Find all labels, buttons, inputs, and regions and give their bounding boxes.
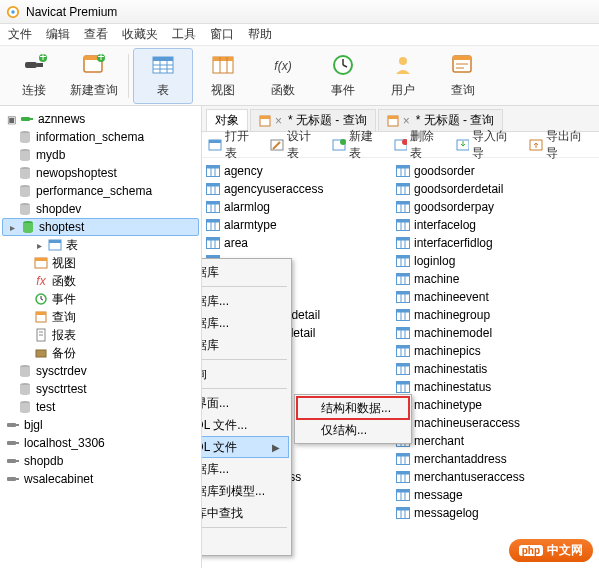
context-menu-item[interactable]: 打印数据库... <box>202 458 289 480</box>
tree-queries[interactable]: 查询 <box>0 308 201 326</box>
table-item[interactable]: area <box>206 234 396 252</box>
table-item[interactable]: loginlog <box>396 252 586 270</box>
menu-tools[interactable]: 工具 <box>172 26 196 43</box>
table-item[interactable]: messagelog <box>396 504 586 522</box>
database-context-menu[interactable]: 关闭数据库编辑数据库...新建数据库...删除数据库新建查询命令列界面...运行… <box>202 258 292 556</box>
delete-table-button[interactable]: 删除表 <box>394 128 446 162</box>
table-item[interactable]: message <box>396 486 586 504</box>
tree-db[interactable]: test <box>0 398 201 416</box>
menu-favorites[interactable]: 收藏夹 <box>122 26 158 43</box>
table-item[interactable]: machinestatis <box>396 360 586 378</box>
tree-reports[interactable]: 报表 <box>0 326 201 344</box>
table-item[interactable]: agency <box>206 162 396 180</box>
svg-rect-152 <box>397 166 410 169</box>
context-menu-item[interactable]: 关闭数据库 <box>202 261 289 283</box>
context-menu-item[interactable]: 转储 SQL 文件▶ <box>202 436 289 458</box>
table-item[interactable]: machinegroup <box>396 306 586 324</box>
export-wizard-button[interactable]: 导出向导 <box>529 128 593 162</box>
new-table-button[interactable]: 新建表 <box>332 128 384 162</box>
table-item[interactable]: machine <box>396 270 586 288</box>
context-menu-item[interactable]: 运行 SQL 文件... <box>202 414 289 436</box>
toolbar-event[interactable]: 事件 <box>313 48 373 104</box>
table-item[interactable]: machineevent <box>396 288 586 306</box>
tree-connection[interactable]: wsalecabinet <box>0 470 201 488</box>
tree-connection[interactable]: bjgl <box>0 416 201 434</box>
context-menu-item[interactable]: 在数据库中查找 <box>202 502 289 524</box>
context-menu-item[interactable]: 刷新 <box>202 531 289 553</box>
menu-edit[interactable]: 编辑 <box>46 26 70 43</box>
tree-db[interactable]: newopshoptest <box>0 164 201 182</box>
menu-file[interactable]: 文件 <box>8 26 32 43</box>
menu-window[interactable]: 窗口 <box>210 26 234 43</box>
dump-sql-submenu[interactable]: 结构和数据...仅结构... <box>294 394 412 444</box>
context-menu-item[interactable]: 删除数据库 <box>202 334 289 356</box>
table-item[interactable]: merchant <box>396 432 586 450</box>
table-item[interactable]: merchantuseraccess <box>396 468 586 486</box>
tree-db[interactable]: sysctrtest <box>0 380 201 398</box>
table-icon <box>150 52 176 78</box>
context-menu-item[interactable]: 新建数据库... <box>202 312 289 334</box>
table-item[interactable]: interfacerfidlog <box>396 234 586 252</box>
tree-tables[interactable]: ▸表 <box>0 236 201 254</box>
table-item[interactable]: machinemodel <box>396 324 586 342</box>
svg-rect-63 <box>260 116 270 119</box>
design-table-button[interactable]: 设计表 <box>270 128 322 162</box>
tree-connection[interactable]: ▣ aznnews <box>0 110 201 128</box>
table-item[interactable]: goodsorderpay <box>396 198 586 216</box>
tree-backups[interactable]: 备份 <box>0 344 201 362</box>
table-item[interactable]: agencyuseraccess <box>206 180 396 198</box>
tree-db[interactable]: sysctrdev <box>0 362 201 380</box>
table-item[interactable]: goodsorderdetail <box>396 180 586 198</box>
app-logo-icon <box>6 5 20 19</box>
submenu-item[interactable]: 结构和数据... <box>297 397 409 419</box>
table-item[interactable]: machinestatus <box>396 378 586 396</box>
connection-tree[interactable]: ▣ aznnews information_schema mydb newops… <box>0 106 202 568</box>
tree-db-selected[interactable]: ▸shoptest <box>2 218 199 236</box>
svg-rect-17 <box>213 57 233 61</box>
close-icon[interactable]: × <box>275 114 282 128</box>
tree-connection[interactable]: shopdb <box>0 452 201 470</box>
table-item[interactable]: alarmtype <box>206 216 396 234</box>
tree-db[interactable]: shopdev <box>0 200 201 218</box>
tree-db[interactable]: information_schema <box>0 128 201 146</box>
toolbar-connect[interactable]: + 连接 <box>4 48 64 104</box>
svg-rect-84 <box>207 202 220 205</box>
toolbar-table[interactable]: 表 <box>133 48 193 104</box>
context-menu-item[interactable]: 逆向数据库到模型... <box>202 480 289 502</box>
table-row-icon <box>206 237 220 249</box>
menu-view[interactable]: 查看 <box>84 26 108 43</box>
context-menu-item[interactable]: 命令列界面... <box>202 392 289 414</box>
import-wizard-button[interactable]: 导入向导 <box>456 128 520 162</box>
tree-views[interactable]: 视图 <box>0 254 201 272</box>
table-item[interactable]: goodsorder <box>396 162 586 180</box>
table-item[interactable]: machineuseraccess <box>396 414 586 432</box>
toolbar-query[interactable]: 查询 <box>433 48 493 104</box>
tree-db[interactable]: performance_schema <box>0 182 201 200</box>
table-item[interactable]: merchantaddress <box>396 450 586 468</box>
context-menu-item[interactable]: 编辑数据库... <box>202 290 289 312</box>
collapse-icon[interactable]: ▣ <box>6 114 16 125</box>
tree-events[interactable]: 事件 <box>0 290 201 308</box>
toolbar-new-query[interactable]: + 新建查询 <box>64 48 124 104</box>
toolbar-view[interactable]: 视图 <box>193 48 253 104</box>
svg-rect-88 <box>207 220 220 223</box>
tree-connection[interactable]: localhost_3306 <box>0 434 201 452</box>
svg-rect-67 <box>209 140 221 143</box>
close-icon[interactable]: × <box>403 114 410 128</box>
toolbar-function[interactable]: f(x) 函数 <box>253 48 313 104</box>
svg-rect-46 <box>36 312 46 315</box>
table-item[interactable]: interfacelog <box>396 216 586 234</box>
menu-help[interactable]: 帮助 <box>248 26 272 43</box>
submenu-item[interactable]: 仅结构... <box>297 419 409 441</box>
open-table-button[interactable]: 打开表 <box>208 128 260 162</box>
clock-small-icon <box>34 292 48 306</box>
expand-icon[interactable]: ▸ <box>7 222 17 233</box>
context-menu-item[interactable]: 新建查询 <box>202 363 289 385</box>
table-item[interactable]: machinepics <box>396 342 586 360</box>
report-icon <box>34 328 48 342</box>
table-item[interactable]: alarmlog <box>206 198 396 216</box>
toolbar-user[interactable]: 用户 <box>373 48 433 104</box>
tree-functions[interactable]: fx函数 <box>0 272 201 290</box>
table-item[interactable]: machinetype <box>396 396 586 414</box>
tree-db[interactable]: mydb <box>0 146 201 164</box>
